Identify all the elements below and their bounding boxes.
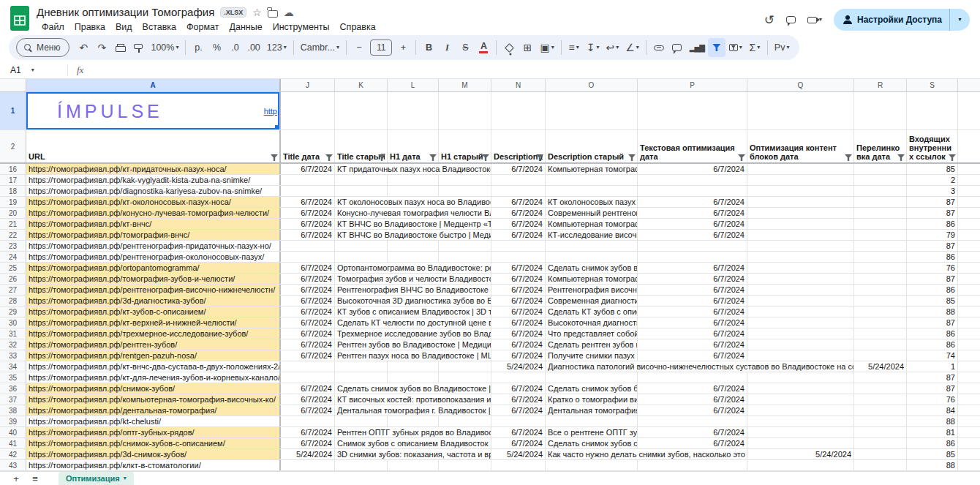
cell[interactable] — [854, 186, 907, 196]
cell[interactable]: 6/7/2024 — [638, 317, 747, 328]
cell[interactable] — [958, 241, 980, 251]
cell[interactable] — [958, 164, 980, 174]
menu-format[interactable]: Формат — [181, 21, 224, 33]
cell[interactable] — [281, 416, 335, 426]
cell[interactable]: 6/7/2024 — [638, 350, 747, 361]
cell[interactable]: Диагностика патологий височно-нижнечелюс… — [546, 361, 854, 372]
url-cell[interactable]: https://томографиявл.рф/конусно-лучевая-… — [26, 208, 281, 218]
meet-button[interactable]: ▾ — [807, 17, 822, 23]
cell[interactable]: 79 — [907, 230, 958, 240]
cell[interactable] — [747, 307, 854, 317]
sheets-logo-icon[interactable] — [10, 6, 29, 34]
cell[interactable]: 6/7/2024 — [281, 164, 335, 174]
row-header-30[interactable]: 30 — [0, 317, 26, 328]
cell[interactable]: 6/7/2024 — [638, 230, 747, 240]
cell[interactable] — [958, 449, 980, 459]
paint-format-button[interactable] — [129, 38, 147, 57]
cell[interactable]: КТ зубов с описанием Владивосток | 3D то… — [335, 307, 491, 317]
url-cell[interactable]: https://томографиявл.рф/дентальная-томог… — [26, 405, 281, 416]
cell[interactable] — [958, 460, 980, 470]
search-menus-button[interactable]: Меню — [16, 38, 69, 57]
url-cell[interactable]: https://томографиявл.рф/kak-vyglyadit-ki… — [26, 175, 281, 185]
cell[interactable] — [491, 175, 546, 185]
url-cell[interactable]: https://томографиявл.рф/рентген-зубов/ — [26, 339, 281, 350]
cell[interactable] — [958, 405, 980, 416]
cell[interactable] — [388, 361, 439, 372]
cell[interactable] — [747, 438, 854, 448]
cell[interactable] — [638, 416, 747, 426]
column-title-N[interactable]: Description дата — [491, 130, 546, 162]
cell[interactable] — [388, 175, 439, 185]
cell[interactable] — [854, 438, 907, 448]
cell[interactable]: 6/7/2024 — [281, 394, 335, 405]
strikethrough-button[interactable]: S — [456, 38, 474, 57]
cell[interactable] — [439, 361, 491, 372]
cell[interactable]: 6/7/2024 — [281, 285, 335, 295]
cell[interactable] — [546, 241, 638, 251]
cell[interactable] — [747, 416, 854, 426]
borders-button[interactable]: ⊞ — [519, 38, 536, 57]
cell[interactable]: 6/7/2024 — [491, 328, 546, 339]
cell[interactable]: 6/7/2024 — [638, 219, 747, 229]
row-header-17[interactable]: 17 — [0, 175, 26, 185]
cell[interactable] — [854, 449, 907, 459]
row-header-27[interactable]: 27 — [0, 285, 26, 295]
cell[interactable]: Высокоточная диагностика верхней и нижне… — [546, 317, 638, 328]
font-family-dropdown[interactable]: Cambr...▾ — [298, 38, 342, 57]
cell[interactable]: 1 — [907, 361, 958, 372]
cell[interactable] — [335, 416, 388, 426]
url-cell[interactable]: https://томографиявл.рф/кт-зубов-с-описа… — [26, 307, 281, 317]
cell[interactable]: 6/7/2024 — [638, 208, 747, 218]
cell[interactable]: 6/7/2024 — [281, 219, 335, 229]
menu-help[interactable]: Справка — [335, 21, 381, 33]
cell[interactable] — [958, 175, 980, 185]
cell[interactable]: Что представляет собой 3D-исследование ч… — [546, 328, 638, 339]
cell[interactable]: 6/7/2024 — [638, 394, 747, 405]
cell[interactable] — [439, 175, 491, 185]
cell[interactable] — [747, 92, 854, 129]
cell[interactable] — [335, 186, 388, 196]
row-header-16[interactable]: 16 — [0, 164, 26, 174]
cell[interactable] — [747, 186, 854, 196]
column-header-N[interactable]: N — [491, 79, 546, 91]
cell[interactable] — [747, 164, 854, 174]
cell[interactable] — [281, 361, 335, 372]
cell[interactable] — [958, 427, 980, 437]
menu-file[interactable]: Файл — [37, 21, 69, 33]
url-cell[interactable]: https://томографиявл.рф/ortopantomogramm… — [26, 263, 281, 273]
cell[interactable]: Компьютерная томография придаточных пазу… — [546, 164, 638, 174]
cell[interactable]: 76 — [907, 394, 958, 405]
cell[interactable] — [958, 263, 980, 273]
cell[interactable] — [958, 230, 980, 240]
cell[interactable]: 6/7/2024 — [281, 427, 335, 437]
cell[interactable]: 6/7/2024 — [281, 307, 335, 317]
cell[interactable] — [281, 241, 335, 251]
url-cell[interactable]: https://томографиявл.рф/снимок-зубов/ — [26, 383, 281, 394]
cell[interactable]: 6/7/2024 — [638, 307, 747, 317]
cell[interactable]: Ортопантомограмма во Владивостоке: рентг… — [335, 263, 491, 273]
menu-tools[interactable]: Инструменты — [268, 21, 335, 33]
cell[interactable]: 6/7/2024 — [281, 263, 335, 273]
add-sheet-button[interactable]: + — [7, 474, 25, 484]
decrease-font-size-button[interactable]: − — [350, 38, 368, 57]
url-cell[interactable]: https://томографиявл.рф/kt-chelusti/ — [26, 416, 281, 426]
row-header-36[interactable]: 36 — [0, 383, 26, 394]
cell[interactable] — [439, 372, 491, 383]
cell[interactable] — [854, 263, 907, 273]
column-title-K[interactable]: Title старый — [335, 130, 388, 162]
url-cell[interactable]: https://томографиявл.рф/3d-снимок-зубов/ — [26, 449, 281, 459]
cell[interactable]: 6/7/2024 — [281, 405, 335, 416]
all-sheets-button[interactable]: ≡ — [26, 474, 44, 484]
cell[interactable] — [958, 317, 980, 328]
cell[interactable] — [335, 92, 388, 129]
cell[interactable]: Рентген пазух носа во Владивостоке | МЦ … — [335, 350, 491, 361]
cell[interactable] — [958, 274, 980, 284]
cell[interactable] — [281, 252, 335, 262]
column-title-J[interactable]: Title дата — [281, 130, 335, 162]
cell[interactable]: 6/7/2024 — [638, 438, 747, 448]
insert-link-button[interactable] — [650, 38, 668, 57]
cell[interactable] — [491, 460, 546, 470]
cell[interactable] — [491, 92, 546, 129]
cell[interactable]: Высокоточная 3D диагностика зубов во Вла… — [335, 296, 491, 306]
column-header-J[interactable]: J — [281, 79, 335, 91]
